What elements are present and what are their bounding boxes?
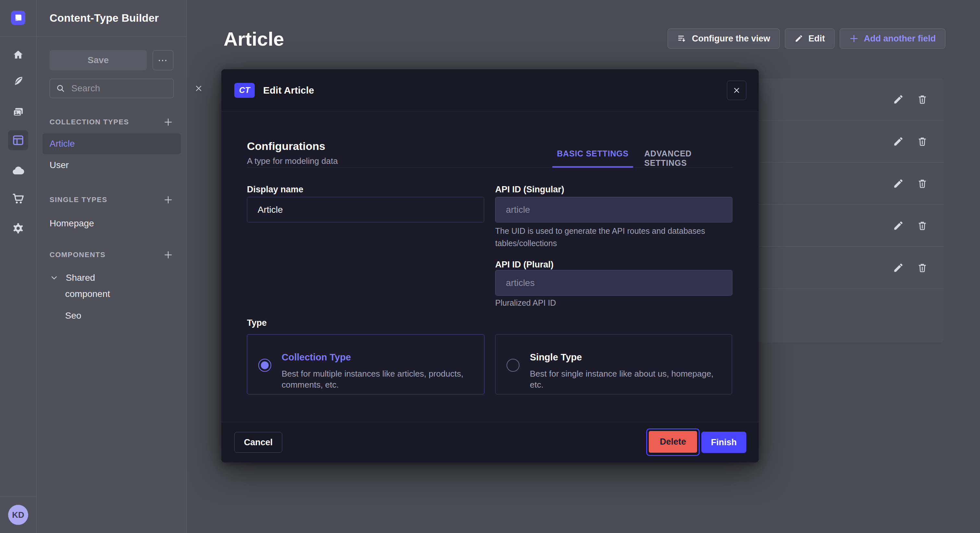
api-id-plural-label: API ID (Plural) (495, 260, 554, 270)
edit-article-modal: CT Edit Article Configurations A type fo… (221, 69, 759, 462)
row-delete-trash-icon[interactable] (915, 176, 929, 191)
search-input[interactable] (71, 83, 189, 94)
plus-icon (849, 34, 859, 43)
tab-advanced-settings[interactable]: ADVANCED SETTINGS (644, 149, 724, 162)
more-options-button[interactable]: ⋯ (153, 50, 173, 70)
row-edit-pencil-icon[interactable] (891, 134, 905, 149)
marketplace-cart-icon[interactable] (11, 191, 25, 206)
single-type-card[interactable]: Single Type Best for single instance lik… (495, 334, 732, 394)
collection-type-description: Best for multiple instances like article… (282, 368, 476, 390)
header-actions: Configure the view Edit Add another fiel… (668, 29, 945, 49)
component-group-shared[interactable]: Shared (49, 273, 95, 283)
add-another-field-button[interactable]: Add another field (840, 29, 945, 49)
tab-basic-settings[interactable]: BASIC SETTINGS (552, 149, 633, 162)
close-icon (732, 86, 741, 95)
app-root: KD Content-Type Builder Save ⋯ COLLECTIO… (0, 0, 980, 533)
single-type-title: Single Type (530, 352, 582, 363)
page-title: Article (224, 28, 284, 50)
api-id-singular-help: The UID is used to generate the API rout… (495, 225, 722, 249)
components-label: COMPONENTS (49, 251, 106, 259)
single-types-header: SINGLE TYPES (49, 194, 174, 205)
row-edit-pencil-icon[interactable] (891, 92, 905, 106)
modal-footer: Cancel Delete Finish (221, 422, 759, 462)
modal-title: Edit Article (263, 85, 314, 96)
sidebar-item-user[interactable]: User (49, 160, 69, 170)
radio-selected-icon[interactable] (258, 359, 271, 372)
configure-view-icon (677, 34, 687, 43)
delete-button[interactable]: Delete (649, 431, 697, 453)
type-label: Type (247, 318, 267, 328)
search-clear-icon[interactable] (194, 84, 203, 93)
configurations-subtitle: A type for modeling data (247, 156, 338, 166)
add-component-button[interactable] (163, 249, 174, 260)
plugin-header: Content-Type Builder (37, 0, 186, 36)
save-button[interactable]: Save (49, 50, 147, 70)
rail-divider (0, 496, 36, 497)
finish-button[interactable]: Finish (701, 431, 746, 453)
pencil-icon (794, 34, 803, 43)
row-edit-pencil-icon[interactable] (891, 176, 905, 191)
api-id-singular-label: API ID (Singular) (495, 185, 564, 195)
edit-label: Edit (808, 34, 825, 44)
settings-gear-icon[interactable] (11, 221, 25, 235)
api-id-plural-input[interactable] (495, 270, 732, 296)
collection-type-title: Collection Type (282, 352, 351, 363)
content-type-builder-icon[interactable] (8, 130, 28, 150)
collection-types-header: COLLECTION TYPES (49, 117, 174, 128)
search-field[interactable] (49, 79, 174, 98)
sidebar-item-seo[interactable]: Seo (65, 311, 81, 321)
add-single-type-button[interactable] (163, 194, 174, 205)
api-id-plural-help: Pluralized API ID (495, 297, 722, 309)
media-library-icon[interactable] (11, 105, 25, 119)
row-delete-trash-icon[interactable] (915, 92, 929, 106)
collection-type-card[interactable]: Collection Type Best for multiple instan… (247, 334, 485, 394)
search-icon (56, 84, 65, 93)
logo-section (0, 0, 36, 36)
sidebar-item-article[interactable]: Article (43, 133, 181, 154)
display-name-label: Display name (247, 185, 303, 195)
add-collection-type-button[interactable] (163, 117, 174, 128)
sidebar-item-label: Article (49, 139, 75, 149)
delete-focus-ring: Delete (646, 428, 700, 456)
row-edit-pencil-icon[interactable] (891, 219, 905, 233)
strapi-logo-icon[interactable] (11, 11, 25, 25)
content-type-badge: CT (234, 83, 255, 98)
edit-button[interactable]: Edit (785, 29, 835, 49)
radio-unselected-icon[interactable] (506, 359, 520, 372)
icon-rail: KD (0, 0, 37, 533)
sidebar-item-component[interactable]: component (65, 289, 110, 299)
cloud-icon[interactable] (11, 163, 25, 178)
configure-view-button[interactable]: Configure the view (668, 29, 780, 49)
configurations-title: Configurations (247, 140, 325, 152)
cancel-button[interactable]: Cancel (234, 432, 282, 453)
row-delete-trash-icon[interactable] (915, 134, 929, 149)
single-types-label: SINGLE TYPES (49, 195, 107, 204)
plugin-title: Content-Type Builder (49, 12, 159, 24)
active-tab-underline (552, 166, 633, 168)
chevron-down-icon (49, 273, 59, 282)
row-delete-trash-icon[interactable] (915, 261, 929, 275)
components-header: COMPONENTS (49, 249, 174, 260)
row-delete-trash-icon[interactable] (915, 219, 929, 233)
add-another-field-label: Add another field (864, 34, 936, 44)
modal-header: CT Edit Article (221, 69, 759, 111)
close-button[interactable] (727, 81, 746, 100)
home-icon[interactable] (11, 48, 25, 62)
content-feather-icon[interactable] (11, 74, 25, 88)
collection-types-label: COLLECTION TYPES (49, 118, 129, 126)
display-name-input[interactable] (247, 197, 484, 222)
user-avatar[interactable]: KD (8, 505, 28, 525)
sidebar-item-homepage[interactable]: Homepage (49, 218, 94, 228)
configure-view-label: Configure the view (692, 34, 770, 44)
plugin-sidebar: Content-Type Builder Save ⋯ COLLECTION T… (37, 0, 187, 533)
avatar-initials: KD (12, 510, 24, 520)
group-label: Shared (66, 273, 95, 283)
row-edit-pencil-icon[interactable] (891, 261, 905, 275)
single-type-description: Best for single instance like about us, … (530, 368, 724, 390)
api-id-singular-input[interactable] (495, 197, 732, 222)
